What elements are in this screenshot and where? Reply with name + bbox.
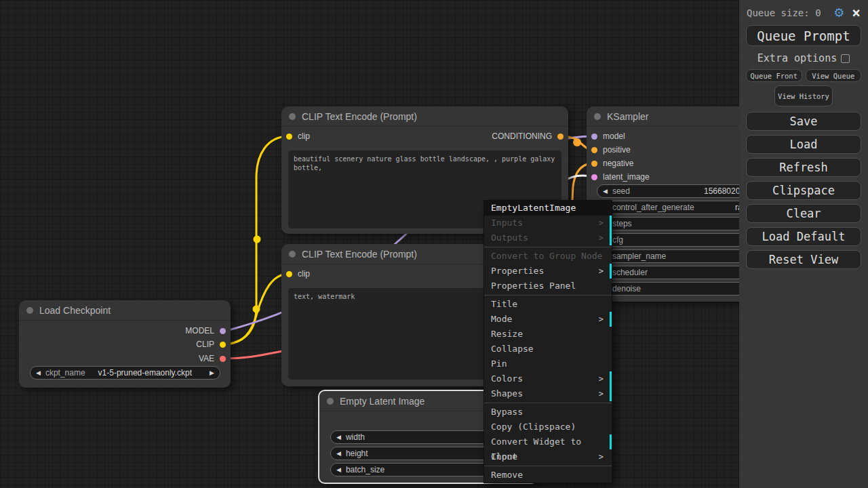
widget-steps[interactable]: ◀steps xyxy=(597,217,739,230)
output-slot-clip[interactable]: CLIP xyxy=(196,339,226,350)
widget-denoise[interactable]: ◀denoise xyxy=(597,282,739,296)
menu-item-pin[interactable]: Pin xyxy=(484,357,612,371)
collapse-dot-icon[interactable] xyxy=(594,113,601,120)
node-header[interactable]: KSampler xyxy=(587,106,739,127)
queue-prompt-button[interactable]: Queue Prompt xyxy=(746,25,861,46)
collapse-dot-icon[interactable] xyxy=(327,398,334,405)
conditioning-slot-dot[interactable] xyxy=(557,134,564,140)
queue-front-button[interactable]: Queue Front xyxy=(746,69,802,82)
node-title: CLIP Text Encode (Prompt) xyxy=(302,111,417,122)
node-header[interactable]: Load Checkpoint xyxy=(19,300,231,321)
submenu-arrow-icon: > xyxy=(599,386,604,401)
menu-item-shapes[interactable]: Shapes> xyxy=(484,386,612,401)
widget-label: height xyxy=(346,449,368,458)
widget-scheduler[interactable]: ◀scheduler xyxy=(597,266,739,279)
combo-right-arrow-icon[interactable]: ▶ xyxy=(210,369,214,376)
model-slot-dot[interactable] xyxy=(591,134,597,140)
input-slot-model[interactable]: model xyxy=(591,131,625,142)
input-slot-clip[interactable]: clip xyxy=(286,268,310,279)
menu-item-convert-to-group-node: Convert to Group Node xyxy=(484,249,612,264)
link-midpoint-dot xyxy=(573,138,581,146)
load-button[interactable]: Load xyxy=(746,135,861,154)
node-title: CLIP Text Encode (Prompt) xyxy=(302,249,417,260)
collapse-dot-icon[interactable] xyxy=(289,113,296,120)
output-slot-vae[interactable]: VAE xyxy=(199,353,226,364)
menu-item-inputs: Inputs> xyxy=(484,216,612,230)
negative-slot-dot[interactable] xyxy=(591,161,597,167)
menu-item-clone[interactable]: Clone xyxy=(484,449,612,464)
view-history-button[interactable]: View History xyxy=(774,85,833,106)
output-slot-model[interactable]: MODEL xyxy=(185,325,226,336)
widget-value: v1-5-pruned-emaonly.ckpt xyxy=(85,368,220,378)
slot-label: clip xyxy=(298,131,310,141)
input-slot-latent_image[interactable]: latent_image xyxy=(591,171,650,182)
comfyui-app: CLIP Text Encode (Prompt) clip CONDITION… xyxy=(0,0,868,488)
widget-label: seed xyxy=(612,186,630,196)
reset-view-button[interactable]: Reset View xyxy=(746,250,861,269)
node-title: KSampler xyxy=(607,111,648,122)
positive-slot-dot[interactable] xyxy=(591,147,597,153)
menu-item-colors[interactable]: Colors> xyxy=(484,371,612,386)
widget-left-arrow-icon[interactable]: ◀ xyxy=(336,450,341,457)
input-slot-clip[interactable]: clip xyxy=(286,131,310,142)
save-button[interactable]: Save xyxy=(746,112,861,131)
clipspace-button[interactable]: Clipspace xyxy=(746,181,861,200)
view-queue-button[interactable]: View Queue xyxy=(806,69,862,82)
menu-separator xyxy=(484,466,612,466)
menu-item-collapse[interactable]: Collapse xyxy=(484,342,612,357)
widget-left-arrow-icon[interactable]: ◀ xyxy=(603,188,608,195)
slot-label: MODEL xyxy=(185,326,214,336)
context-menu-title: EmptyLatentImage xyxy=(484,201,612,216)
latent_image-slot-dot[interactable] xyxy=(591,174,597,180)
refresh-button[interactable]: Refresh xyxy=(746,158,861,177)
node-graph-canvas[interactable]: CLIP Text Encode (Prompt) clip CONDITION… xyxy=(0,0,739,488)
widget-left-arrow-icon[interactable]: ◀ xyxy=(336,466,341,473)
context-menu: EmptyLatentImage Inputs>Outputs>Convert … xyxy=(484,200,612,483)
menu-item-remove[interactable]: Remove xyxy=(484,468,612,483)
widget-value: 1566802087 xyxy=(704,186,739,196)
menu-item-properties[interactable]: Properties> xyxy=(484,264,612,279)
combo-left-arrow-icon[interactable]: ◀ xyxy=(36,369,41,376)
widget-control_after_generate[interactable]: ◀control_after_generaterandomize xyxy=(597,201,739,214)
menu-item-bypass[interactable]: Bypass xyxy=(484,405,612,420)
model-slot-dot[interactable] xyxy=(220,328,226,334)
widget-sampler_name[interactable]: ◀sampler_name xyxy=(597,249,739,263)
clip-slot-dot[interactable] xyxy=(286,271,292,277)
settings-gear-icon[interactable]: ⚙ xyxy=(833,7,844,19)
clip-slot-dot[interactable] xyxy=(220,342,226,348)
node-title: Empty Latent Image xyxy=(340,396,425,407)
slot-label: CONDITIONING xyxy=(492,131,552,141)
link-midpoint-dot xyxy=(253,306,260,313)
node-header[interactable]: CLIP Text Encode (Prompt) xyxy=(281,106,568,127)
ckpt-name-combo[interactable]: ◀ ckpt_name v1-5-pruned-emaonly.ckpt ▶ xyxy=(30,366,220,380)
menu-item-title[interactable]: Title xyxy=(484,297,612,312)
widget-label: scheduler xyxy=(612,268,648,277)
clip-slot-dot[interactable] xyxy=(286,134,292,140)
slot-label: model xyxy=(603,131,625,141)
menu-separator xyxy=(484,403,612,403)
clear-button[interactable]: Clear xyxy=(746,204,861,223)
collapse-dot-icon[interactable] xyxy=(26,307,33,314)
close-icon[interactable]: × xyxy=(852,7,861,19)
output-slot-conditioning[interactable]: CONDITIONING xyxy=(492,131,564,142)
input-slot-negative[interactable]: negative xyxy=(591,158,633,169)
link-midpoint-dot xyxy=(254,236,261,243)
extra-options-checkbox[interactable] xyxy=(841,54,850,63)
load-default-button[interactable]: Load Default xyxy=(746,227,861,246)
menu-item-properties-panel[interactable]: Properties Panel xyxy=(484,279,612,293)
widget-label: sampler_name xyxy=(612,251,666,261)
menu-item-convert-widget-to-input[interactable]: Convert Widget to Input> xyxy=(484,434,612,449)
queue-size-label: Queue size: 0 xyxy=(747,7,821,18)
menu-item-mode[interactable]: Mode> xyxy=(484,312,612,327)
input-slot-positive[interactable]: positive xyxy=(591,144,631,155)
menu-separator xyxy=(484,247,612,247)
widget-cfg[interactable]: ◀cfg xyxy=(597,233,739,247)
collapse-dot-icon[interactable] xyxy=(289,251,296,258)
menu-item-copy-clipspace-[interactable]: Copy (Clipspace) xyxy=(484,420,612,434)
widget-left-arrow-icon[interactable]: ◀ xyxy=(336,434,341,441)
widget-seed[interactable]: ◀seed1566802087 xyxy=(597,184,739,198)
vae-slot-dot[interactable] xyxy=(220,356,226,362)
menu-item-resize[interactable]: Resize xyxy=(484,327,612,342)
node-load-checkpoint[interactable]: Load Checkpoint MODELCLIPVAE ◀ ckpt_name… xyxy=(19,300,231,388)
widget-label: control_after_generate xyxy=(612,203,694,212)
